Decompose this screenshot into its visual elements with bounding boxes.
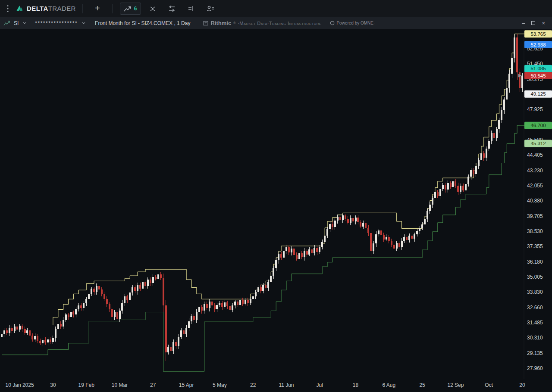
depth-ladder-icon — [188, 5, 194, 12]
svg-text:51.085: 51.085 — [530, 66, 546, 71]
order-flow-icon — [168, 5, 176, 12]
time-tick-label: 20 — [519, 382, 525, 388]
time-tick-label: 15 Apr — [179, 382, 194, 388]
indicator-count-badge: 6 — [134, 6, 137, 12]
svg-text:45.312: 45.312 — [530, 141, 546, 146]
price-tick-label: 37.355 — [527, 243, 543, 249]
maximize-button[interactable] — [531, 21, 535, 25]
price-tick-label: 40.880 — [527, 198, 543, 204]
time-tick-label: 11 Jun — [279, 382, 294, 388]
symbol-chevron-icon[interactable] — [23, 22, 26, 24]
dom-ladder-button[interactable] — [184, 3, 198, 15]
new-window-button[interactable]: + — [90, 3, 105, 15]
powered-by-label: Powered by OMNE· — [336, 21, 375, 25]
time-tick-label: 30 — [50, 382, 56, 388]
symbol-label[interactable]: SI — [14, 20, 19, 26]
order-flow-button[interactable] — [164, 3, 179, 15]
account-chevron-icon[interactable] — [82, 22, 85, 24]
time-tick-label: Jul — [317, 382, 323, 388]
account-person-icon — [207, 5, 214, 12]
price-badge: 46.700 — [524, 122, 552, 129]
price-tick-label: 36.180 — [527, 259, 543, 265]
time-tick-label: 25 — [419, 382, 425, 388]
price-tick-label: 42.055 — [527, 183, 543, 189]
delta-logo-icon — [16, 5, 23, 12]
price-chart[interactable]: 52.62551.45050.27547.92545.58044.40543.2… — [0, 29, 552, 392]
rithmic-tagline: ·Market Data·Trading Infrastructure — [238, 21, 321, 26]
price-badge: 52.938 — [524, 41, 552, 48]
chart-trend-icon — [124, 5, 132, 12]
app-menu-icon[interactable] — [4, 3, 11, 14]
svg-text:52.938: 52.938 — [530, 42, 546, 47]
time-tick-label: 6 Aug — [382, 382, 395, 388]
toolbar-divider — [82, 4, 83, 13]
compare-button[interactable] — [145, 3, 160, 15]
price-badge: 50.545 — [524, 72, 552, 79]
app-logo: DELTATRADER — [16, 5, 76, 12]
price-tick-label: 30.310 — [527, 335, 543, 341]
price-tick-label: 47.925 — [527, 106, 543, 112]
accounts-button[interactable] — [203, 3, 218, 15]
omne-branding: Powered by OMNE· — [330, 21, 375, 25]
time-tick-label: 19 Feb — [78, 382, 95, 388]
svg-text:46.700: 46.700 — [530, 123, 546, 128]
logo-text-delta: DELTA — [27, 5, 48, 12]
price-tick-label: 32.660 — [527, 305, 543, 311]
minimize-button[interactable]: – — [522, 20, 525, 26]
time-tick-label: 18 — [353, 382, 359, 388]
price-tick-label: 39.705 — [527, 213, 543, 219]
close-button[interactable]: × — [542, 20, 545, 26]
price-tick-label: 27.960 — [527, 365, 543, 371]
time-tick-label: 12 Sep — [447, 382, 464, 388]
toolbar-divider — [112, 4, 113, 13]
rithmic-branding: Rithmic® ·Market Data·Trading Infrastruc… — [203, 20, 321, 26]
price-tick-label: 33.830 — [527, 289, 543, 295]
time-tick-label: 10 Mar — [112, 382, 128, 388]
price-badge: 51.085 — [524, 65, 552, 72]
svg-text:53.765: 53.765 — [530, 31, 546, 37]
top-toolbar: DELTATRADER + 6 — [0, 0, 552, 17]
price-tick-label: 31.485 — [527, 320, 543, 326]
window-controls: – × — [522, 20, 545, 26]
time-tick-label: Oct — [485, 382, 493, 388]
price-badge: 49.125 — [524, 90, 552, 98]
time-tick-label: 22 — [250, 382, 256, 388]
price-tick-label: 29.135 — [527, 350, 543, 356]
omne-logo-icon — [330, 21, 335, 25]
candle — [165, 300, 167, 361]
svg-text:49.125: 49.125 — [530, 91, 546, 96]
logo-text-trader: TRADER — [48, 5, 76, 12]
svg-text:50.545: 50.545 — [530, 73, 546, 78]
indicators-button[interactable]: 6 — [120, 3, 141, 15]
time-tick-label: 5 May — [213, 382, 227, 388]
price-tick-label: 38.530 — [527, 228, 543, 234]
chart-background — [0, 29, 552, 392]
mini-chart-icon — [3, 20, 10, 26]
price-badge: 53.765 — [524, 30, 552, 37]
compare-arrows-icon — [149, 5, 156, 12]
time-tick-label: 27 — [150, 382, 156, 388]
time-tick-label: 10 Jan 2025 — [6, 382, 34, 388]
chart-titlebar: SI **************** Front Month for SI -… — [0, 17, 552, 29]
price-tick-label: 35.005 — [527, 274, 543, 280]
chart-description: Front Month for SI - SIZ4.COMEX , 1 Day — [95, 20, 190, 26]
chart-area: 52.62551.45050.27547.92545.58044.40543.2… — [0, 29, 552, 392]
price-tick-label: 44.405 — [527, 152, 543, 158]
rithmic-logo-icon — [203, 21, 208, 26]
price-badge: 45.312 — [524, 140, 552, 147]
account-selector[interactable]: **************** — [35, 20, 78, 26]
price-tick-label: 43.230 — [527, 168, 543, 174]
rithmic-name: Rithmic — [210, 20, 231, 26]
rithmic-reg-mark: ® — [233, 22, 235, 25]
